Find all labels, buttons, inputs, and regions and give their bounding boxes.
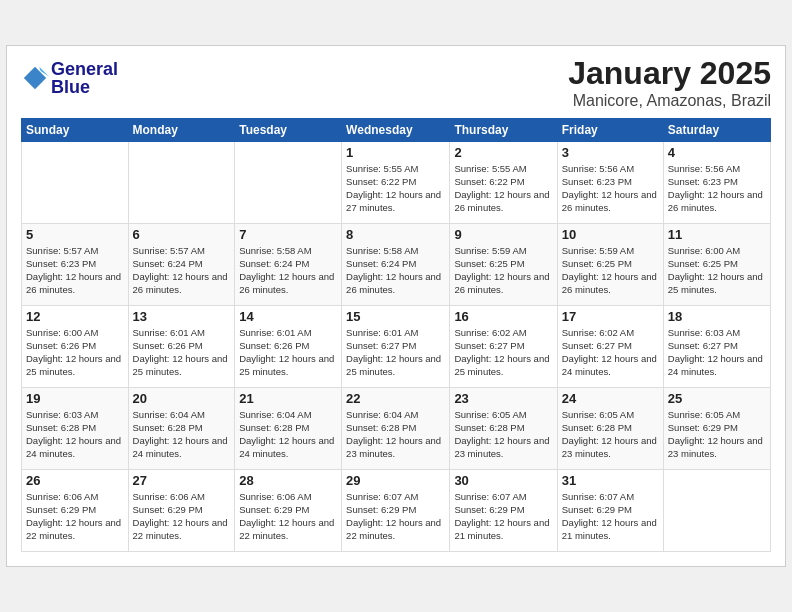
week-row: 1Sunrise: 5:55 AM Sunset: 6:22 PM Daylig…: [22, 141, 771, 223]
day-number: 11: [668, 227, 766, 242]
day-number: 21: [239, 391, 337, 406]
day-number: 1: [346, 145, 445, 160]
day-number: 25: [668, 391, 766, 406]
week-row: 12Sunrise: 6:00 AM Sunset: 6:26 PM Dayli…: [22, 305, 771, 387]
day-number: 4: [668, 145, 766, 160]
weekday-header-cell: Thursday: [450, 118, 557, 141]
day-cell: 1Sunrise: 5:55 AM Sunset: 6:22 PM Daylig…: [342, 141, 450, 223]
day-number: 2: [454, 145, 552, 160]
day-cell: 10Sunrise: 5:59 AM Sunset: 6:25 PM Dayli…: [557, 223, 663, 305]
day-number: 5: [26, 227, 124, 242]
day-info: Sunrise: 6:06 AM Sunset: 6:29 PM Dayligh…: [133, 490, 231, 543]
weekday-header-cell: Monday: [128, 118, 235, 141]
day-number: 9: [454, 227, 552, 242]
day-cell: 3Sunrise: 5:56 AM Sunset: 6:23 PM Daylig…: [557, 141, 663, 223]
day-info: Sunrise: 5:55 AM Sunset: 6:22 PM Dayligh…: [454, 162, 552, 215]
day-cell: 20Sunrise: 6:04 AM Sunset: 6:28 PM Dayli…: [128, 387, 235, 469]
day-number: 3: [562, 145, 659, 160]
day-number: 31: [562, 473, 659, 488]
day-number: 7: [239, 227, 337, 242]
day-info: Sunrise: 5:58 AM Sunset: 6:24 PM Dayligh…: [346, 244, 445, 297]
day-cell: 31Sunrise: 6:07 AM Sunset: 6:29 PM Dayli…: [557, 469, 663, 551]
day-cell: 24Sunrise: 6:05 AM Sunset: 6:28 PM Dayli…: [557, 387, 663, 469]
title-area: January 2025 Manicore, Amazonas, Brazil: [568, 56, 771, 109]
day-cell: 28Sunrise: 6:06 AM Sunset: 6:29 PM Dayli…: [235, 469, 342, 551]
svg-marker-0: [24, 67, 46, 89]
day-cell: 13Sunrise: 6:01 AM Sunset: 6:26 PM Dayli…: [128, 305, 235, 387]
weekday-header-cell: Sunday: [22, 118, 129, 141]
day-number: 22: [346, 391, 445, 406]
day-number: 19: [26, 391, 124, 406]
day-info: Sunrise: 5:55 AM Sunset: 6:22 PM Dayligh…: [346, 162, 445, 215]
day-info: Sunrise: 6:07 AM Sunset: 6:29 PM Dayligh…: [346, 490, 445, 543]
day-number: 15: [346, 309, 445, 324]
day-info: Sunrise: 6:02 AM Sunset: 6:27 PM Dayligh…: [562, 326, 659, 379]
day-info: Sunrise: 6:03 AM Sunset: 6:27 PM Dayligh…: [668, 326, 766, 379]
day-cell: 21Sunrise: 6:04 AM Sunset: 6:28 PM Dayli…: [235, 387, 342, 469]
day-info: Sunrise: 6:05 AM Sunset: 6:28 PM Dayligh…: [562, 408, 659, 461]
day-cell: [22, 141, 129, 223]
weekday-header-cell: Wednesday: [342, 118, 450, 141]
weekday-header-cell: Friday: [557, 118, 663, 141]
calendar-body: 1Sunrise: 5:55 AM Sunset: 6:22 PM Daylig…: [22, 141, 771, 551]
logo-line2: Blue: [51, 78, 118, 96]
day-cell: 26Sunrise: 6:06 AM Sunset: 6:29 PM Dayli…: [22, 469, 129, 551]
day-number: 13: [133, 309, 231, 324]
day-cell: 9Sunrise: 5:59 AM Sunset: 6:25 PM Daylig…: [450, 223, 557, 305]
logo-icon: [21, 64, 49, 92]
day-info: Sunrise: 5:57 AM Sunset: 6:23 PM Dayligh…: [26, 244, 124, 297]
day-info: Sunrise: 5:59 AM Sunset: 6:25 PM Dayligh…: [454, 244, 552, 297]
day-cell: 16Sunrise: 6:02 AM Sunset: 6:27 PM Dayli…: [450, 305, 557, 387]
day-cell: 4Sunrise: 5:56 AM Sunset: 6:23 PM Daylig…: [663, 141, 770, 223]
day-info: Sunrise: 6:06 AM Sunset: 6:29 PM Dayligh…: [239, 490, 337, 543]
day-info: Sunrise: 6:05 AM Sunset: 6:29 PM Dayligh…: [668, 408, 766, 461]
day-info: Sunrise: 6:00 AM Sunset: 6:25 PM Dayligh…: [668, 244, 766, 297]
weekday-header-cell: Tuesday: [235, 118, 342, 141]
day-number: 30: [454, 473, 552, 488]
day-cell: 17Sunrise: 6:02 AM Sunset: 6:27 PM Dayli…: [557, 305, 663, 387]
day-cell: 12Sunrise: 6:00 AM Sunset: 6:26 PM Dayli…: [22, 305, 129, 387]
day-info: Sunrise: 6:01 AM Sunset: 6:27 PM Dayligh…: [346, 326, 445, 379]
day-number: 8: [346, 227, 445, 242]
day-cell: 29Sunrise: 6:07 AM Sunset: 6:29 PM Dayli…: [342, 469, 450, 551]
day-cell: 7Sunrise: 5:58 AM Sunset: 6:24 PM Daylig…: [235, 223, 342, 305]
day-number: 29: [346, 473, 445, 488]
day-number: 16: [454, 309, 552, 324]
day-number: 10: [562, 227, 659, 242]
day-number: 27: [133, 473, 231, 488]
day-info: Sunrise: 6:04 AM Sunset: 6:28 PM Dayligh…: [133, 408, 231, 461]
day-cell: 23Sunrise: 6:05 AM Sunset: 6:28 PM Dayli…: [450, 387, 557, 469]
calendar-container: General Blue January 2025 Manicore, Amaz…: [6, 45, 786, 566]
day-info: Sunrise: 6:04 AM Sunset: 6:28 PM Dayligh…: [239, 408, 337, 461]
day-number: 17: [562, 309, 659, 324]
day-cell: 2Sunrise: 5:55 AM Sunset: 6:22 PM Daylig…: [450, 141, 557, 223]
day-info: Sunrise: 5:59 AM Sunset: 6:25 PM Dayligh…: [562, 244, 659, 297]
logo-text: General Blue: [51, 60, 118, 96]
day-number: 28: [239, 473, 337, 488]
logo-area: General Blue: [21, 56, 118, 96]
day-cell: 6Sunrise: 5:57 AM Sunset: 6:24 PM Daylig…: [128, 223, 235, 305]
day-info: Sunrise: 6:03 AM Sunset: 6:28 PM Dayligh…: [26, 408, 124, 461]
day-cell: 18Sunrise: 6:03 AM Sunset: 6:27 PM Dayli…: [663, 305, 770, 387]
day-number: 26: [26, 473, 124, 488]
day-info: Sunrise: 6:07 AM Sunset: 6:29 PM Dayligh…: [562, 490, 659, 543]
day-info: Sunrise: 5:56 AM Sunset: 6:23 PM Dayligh…: [562, 162, 659, 215]
day-info: Sunrise: 6:01 AM Sunset: 6:26 PM Dayligh…: [239, 326, 337, 379]
day-number: 20: [133, 391, 231, 406]
day-info: Sunrise: 6:04 AM Sunset: 6:28 PM Dayligh…: [346, 408, 445, 461]
weekday-header-cell: Saturday: [663, 118, 770, 141]
day-cell: 8Sunrise: 5:58 AM Sunset: 6:24 PM Daylig…: [342, 223, 450, 305]
day-cell: 30Sunrise: 6:07 AM Sunset: 6:29 PM Dayli…: [450, 469, 557, 551]
month-title: January 2025: [568, 56, 771, 91]
week-row: 5Sunrise: 5:57 AM Sunset: 6:23 PM Daylig…: [22, 223, 771, 305]
day-cell: [663, 469, 770, 551]
day-cell: 5Sunrise: 5:57 AM Sunset: 6:23 PM Daylig…: [22, 223, 129, 305]
day-info: Sunrise: 6:05 AM Sunset: 6:28 PM Dayligh…: [454, 408, 552, 461]
day-number: 6: [133, 227, 231, 242]
day-cell: 11Sunrise: 6:00 AM Sunset: 6:25 PM Dayli…: [663, 223, 770, 305]
day-cell: 22Sunrise: 6:04 AM Sunset: 6:28 PM Dayli…: [342, 387, 450, 469]
week-row: 19Sunrise: 6:03 AM Sunset: 6:28 PM Dayli…: [22, 387, 771, 469]
day-number: 24: [562, 391, 659, 406]
calendar-table: SundayMondayTuesdayWednesdayThursdayFrid…: [21, 118, 771, 552]
day-cell: 19Sunrise: 6:03 AM Sunset: 6:28 PM Dayli…: [22, 387, 129, 469]
